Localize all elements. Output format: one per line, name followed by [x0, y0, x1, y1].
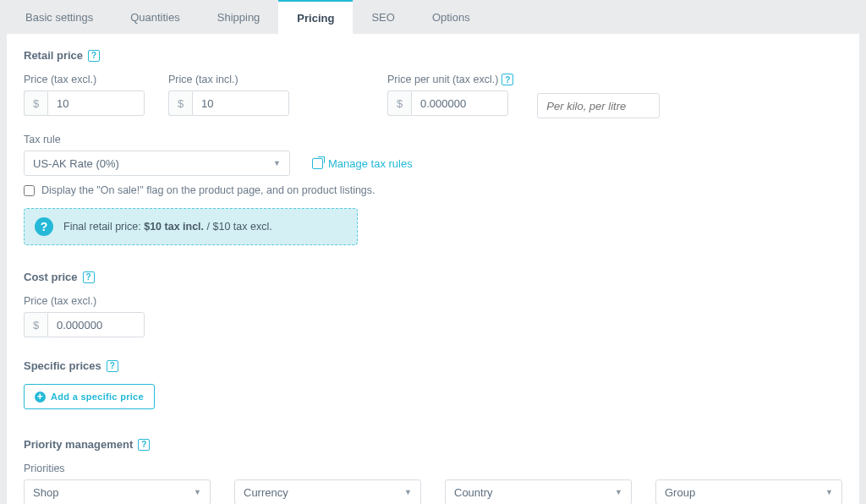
priority-select-currency[interactable]: Currency▼ [234, 479, 421, 504]
currency-prefix: $ [24, 90, 47, 116]
help-icon[interactable]: ? [138, 439, 150, 451]
price-per-unit-input[interactable] [411, 90, 508, 116]
tab-seo[interactable]: SEO [353, 0, 413, 34]
manage-tax-rules-link[interactable]: Manage tax rules [312, 157, 413, 170]
unit-input[interactable] [537, 93, 660, 118]
tab-pricing[interactable]: Pricing [278, 0, 353, 34]
tab-options[interactable]: Options [414, 0, 489, 34]
help-icon[interactable]: ? [83, 271, 95, 283]
pricing-panel: Retail price ? Price (tax excl.) $ Price… [7, 34, 859, 504]
chevron-down-icon: ▼ [194, 488, 201, 496]
unit-field [537, 74, 660, 118]
chevron-down-icon: ▼ [273, 159, 281, 167]
price-tax-excl-field: Price (tax excl.) $ [24, 74, 145, 118]
on-sale-checkbox[interactable] [24, 185, 35, 196]
help-icon: ? [35, 217, 53, 236]
tax-rule-select[interactable]: US-AK Rate (0%) ▼ [24, 151, 290, 176]
tabs-bar: Basic settings Quantities Shipping Prici… [7, 0, 859, 34]
cost-price-title: Cost price ? [24, 271, 842, 283]
cost-price-input[interactable] [47, 312, 145, 337]
priority-select-group[interactable]: Group▼ [655, 479, 842, 504]
retail-price-title: Retail price ? [24, 49, 842, 62]
price-per-unit-label: Price per unit (tax excl.) [387, 74, 498, 85]
currency-prefix: $ [168, 90, 192, 116]
add-specific-price-button[interactable]: + Add a specific price [24, 384, 155, 409]
price-tax-incl-input[interactable] [192, 90, 289, 116]
tax-rule-label: Tax rule [24, 134, 842, 145]
priorities-label: Priorities [24, 463, 842, 474]
plus-icon: + [35, 392, 46, 403]
chevron-down-icon: ▼ [615, 488, 622, 496]
specific-prices-title: Specific prices ? [24, 359, 842, 372]
price-tax-excl-label: Price (tax excl.) [24, 74, 145, 85]
help-icon[interactable]: ? [502, 74, 513, 85]
price-tax-incl-label: Price (tax incl.) [168, 74, 289, 85]
external-link-icon [312, 158, 323, 169]
price-tax-excl-input[interactable] [47, 90, 145, 116]
chevron-down-icon: ▼ [404, 488, 412, 496]
price-tax-incl-field: Price (tax incl.) $ [168, 74, 289, 118]
price-per-unit-field: Price per unit (tax excl.) ? $ [387, 74, 513, 118]
priority-select-country[interactable]: Country▼ [445, 479, 632, 504]
currency-prefix: $ [387, 90, 411, 116]
cost-price-label: Price (tax excl.) [24, 295, 842, 307]
tab-basic-settings[interactable]: Basic settings [7, 0, 112, 34]
help-icon[interactable]: ? [107, 360, 118, 372]
priority-management-title: Priority management ? [24, 438, 842, 451]
on-sale-label: Display the "On sale!" flag on the produ… [41, 184, 375, 196]
tab-quantities[interactable]: Quantities [112, 0, 199, 34]
chevron-down-icon: ▼ [825, 488, 833, 496]
help-icon[interactable]: ? [88, 50, 100, 62]
tab-shipping[interactable]: Shipping [199, 0, 279, 34]
currency-prefix: $ [24, 312, 47, 337]
final-price-info: ? Final retail price: $10 tax incl. / $1… [24, 208, 358, 245]
priority-select-shop[interactable]: Shop▼ [24, 479, 211, 504]
